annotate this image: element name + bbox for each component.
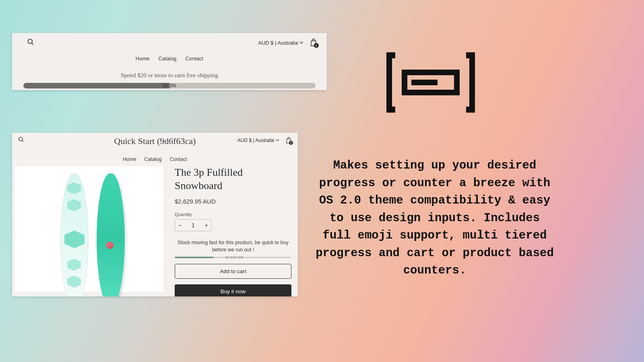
quantity-increase-button[interactable]: + [205, 222, 208, 228]
svg-rect-8 [469, 52, 475, 113]
screenshot-progress-banner: AUD $ | Australia 1 Home Catalog Contact… [12, 33, 327, 90]
cart-count-badge: 1 [314, 43, 319, 48]
main-nav: Home Catalog Contact [12, 56, 327, 62]
progress-bar-label: 50.0% [163, 83, 176, 88]
chevron-down-icon [299, 41, 303, 45]
free-shipping-banner: Spend $20 or more to earn free shipping [12, 72, 327, 79]
nav-contact[interactable]: Contact [185, 56, 203, 62]
main-nav: Home Catalog Contact [12, 156, 298, 162]
quantity-value: 1 [192, 222, 195, 228]
currency-selector[interactable]: AUD $ | Australia [237, 138, 279, 143]
screenshot-product-page: Quick Start (9d6f63ca) AUD $ | Australia… [12, 133, 298, 296]
nav-contact[interactable]: Contact [170, 156, 187, 162]
product-title: The 3p Fulfilled Snowboard [175, 166, 291, 192]
stock-progress-text: 33.33% left [225, 255, 243, 259]
nav-home[interactable]: Home [123, 156, 136, 162]
quantity-stepper: − 1 + [175, 219, 212, 231]
cart-button[interactable]: 1 [309, 38, 318, 47]
stock-progress-bar: 33.33% left [175, 257, 291, 258]
add-to-cart-button[interactable]: Add to cart [175, 264, 291, 279]
svg-rect-11 [411, 80, 438, 85]
stock-message: Stock moving fast for this product, be q… [175, 239, 291, 253]
app-logo-icon [386, 52, 475, 113]
buy-now-button[interactable]: Buy it now [175, 284, 291, 296]
currency-label: AUD $ | Australia [237, 138, 274, 143]
svg-line-1 [32, 43, 33, 45]
product-image [14, 166, 163, 292]
quantity-label: Quantity [175, 212, 291, 217]
search-icon[interactable] [27, 38, 35, 47]
marketing-copy: Makes setting up your desired progress o… [314, 157, 555, 280]
svg-rect-9 [466, 107, 475, 113]
currency-selector[interactable]: AUD $ | Australia [258, 40, 303, 46]
product-price: $2,629.95 AUD [175, 198, 291, 205]
nav-home[interactable]: Home [136, 56, 150, 62]
svg-point-0 [28, 39, 32, 43]
site-title[interactable]: Quick Start (9d6f63ca) [114, 136, 196, 146]
svg-rect-5 [386, 52, 392, 113]
quantity-decrease-button[interactable]: − [178, 222, 182, 228]
progress-bar-fill [23, 83, 169, 88]
nav-catalog[interactable]: Catalog [144, 156, 162, 162]
svg-line-3 [22, 140, 23, 142]
nav-catalog[interactable]: Catalog [159, 56, 177, 62]
currency-label: AUD $ | Australia [258, 40, 298, 46]
stock-progress-fill [175, 257, 214, 258]
svg-rect-6 [386, 107, 395, 113]
chevron-down-icon [276, 138, 279, 142]
svg-point-2 [19, 137, 23, 141]
progress-bar: 50.0% [23, 83, 316, 88]
cart-count-badge: 0 [289, 141, 293, 145]
search-icon[interactable] [18, 136, 25, 144]
cart-button[interactable]: 0 [285, 137, 292, 144]
